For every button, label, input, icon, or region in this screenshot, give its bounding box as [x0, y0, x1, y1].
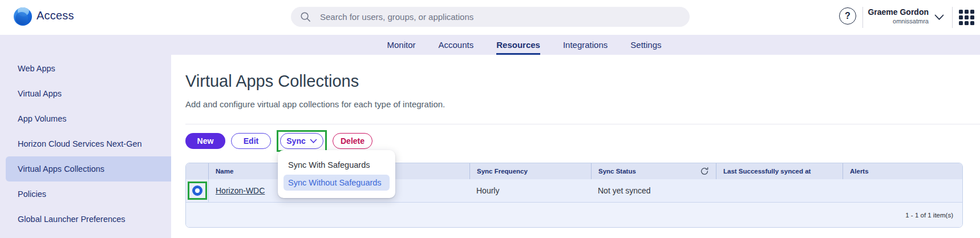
menu-item-sync-without-safeguards[interactable]: Sync Without Safeguards: [284, 175, 390, 191]
user-menu[interactable]: Graeme Gordon omnissatmra: [865, 7, 929, 25]
tab-integrations[interactable]: Integrations: [563, 35, 608, 55]
app-switcher-icon[interactable]: [959, 10, 974, 25]
delete-button[interactable]: Delete: [333, 133, 372, 149]
sidebar-item-virtual-apps[interactable]: Virtual Apps: [0, 81, 171, 106]
page-title: Virtual Apps Collections: [185, 72, 359, 91]
topbar-divider: [862, 7, 863, 28]
cell-sync-status: Not yet synced: [591, 179, 716, 202]
chevron-down-icon[interactable]: [934, 14, 944, 21]
chevron-down-icon: [310, 139, 317, 144]
column-header-sync-status: Sync Status: [591, 163, 716, 179]
collection-link[interactable]: Horizon-WDC: [216, 186, 265, 195]
sidebar-item-virtual-apps-collections[interactable]: Virtual Apps Collections: [6, 156, 171, 181]
main-content: Virtual Apps Collections Add and configu…: [171, 55, 980, 238]
primary-nav: Monitor Accounts Resources Integrations …: [0, 35, 980, 55]
topbar-divider: [952, 7, 953, 28]
sidebar-item-horizon-cloud-services[interactable]: Horizon Cloud Services Next-Gen: [0, 131, 171, 156]
sync-dropdown-menu: Sync With Safeguards Sync Without Safegu…: [278, 150, 395, 198]
cell-alerts: [843, 179, 962, 202]
refresh-icon[interactable]: [700, 167, 709, 176]
omnissa-access-logo-icon: [14, 7, 32, 26]
collections-toolbar: New Edit Sync Delete: [185, 130, 372, 152]
help-icon[interactable]: ?: [839, 7, 856, 25]
top-bar: Access ? Graeme Gordon omnissatmra: [0, 0, 980, 35]
select-all-column-header: [186, 163, 208, 179]
highlight-box-sync-button: Sync: [277, 130, 327, 152]
sync-button[interactable]: Sync: [280, 133, 323, 149]
search-input[interactable]: [319, 11, 681, 22]
sidebar-item-policies[interactable]: Policies: [0, 181, 171, 207]
global-search[interactable]: [291, 7, 690, 27]
sidebar: Web Apps Virtual Apps App Volumes Horizo…: [0, 55, 171, 238]
column-header-sync-frequency: Sync Frequency: [469, 163, 591, 179]
new-button[interactable]: New: [185, 133, 225, 149]
table-footer: 1 - 1 of 1 item(s): [186, 202, 962, 227]
content-divider: [185, 124, 980, 124]
pagination-info: 1 - 1 of 1 item(s): [905, 212, 953, 219]
sidebar-item-app-volumes[interactable]: App Volumes: [0, 106, 171, 131]
tab-resources[interactable]: Resources: [496, 35, 540, 55]
column-header-alerts: Alerts: [843, 163, 962, 179]
menu-item-sync-with-safeguards[interactable]: Sync With Safeguards: [278, 156, 395, 174]
sidebar-item-global-launcher-preferences[interactable]: Global Launcher Preferences: [0, 207, 171, 232]
user-org: omnissatmra: [865, 17, 929, 25]
highlight-box-radio: [188, 181, 207, 200]
edit-button[interactable]: Edit: [231, 133, 271, 149]
cell-last-synced: [716, 179, 843, 202]
page-subtitle: Add and configure virtual app collection…: [185, 99, 445, 109]
column-header-last-synced: Last Successfully synced at: [716, 163, 843, 179]
user-name: Graeme Gordon: [865, 7, 929, 17]
tab-accounts[interactable]: Accounts: [439, 35, 474, 55]
row-select-cell: [186, 179, 208, 202]
search-icon: [300, 11, 311, 22]
cell-sync-frequency: Hourly: [469, 179, 591, 202]
tab-settings[interactable]: Settings: [630, 35, 661, 55]
app-title: Access: [37, 9, 74, 22]
tab-monitor[interactable]: Monitor: [387, 35, 415, 55]
sidebar-item-web-apps[interactable]: Web Apps: [0, 56, 171, 81]
row-radio-selected[interactable]: [192, 185, 203, 196]
